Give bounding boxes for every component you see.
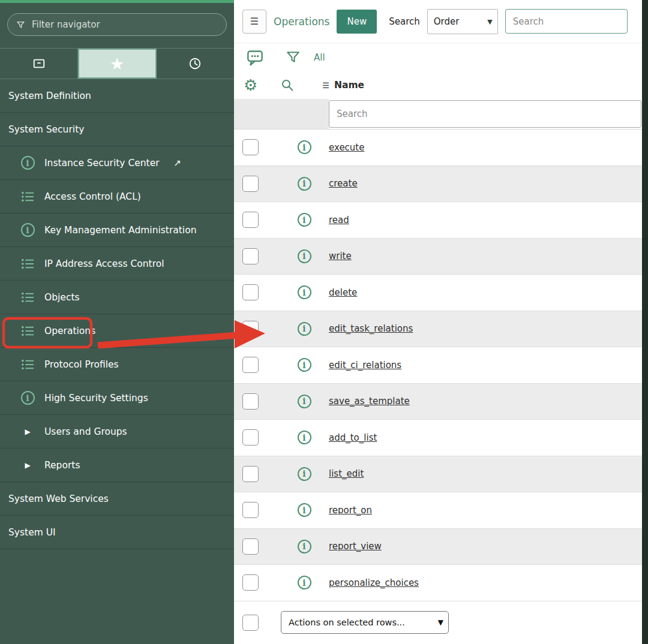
- record-link[interactable]: personalize_choices: [329, 577, 419, 588]
- row-checkbox[interactable]: [242, 393, 259, 410]
- record-link[interactable]: save_as_template: [329, 396, 410, 407]
- sidebar-item-system-ui[interactable]: System UI: [0, 516, 234, 549]
- sidebar-item-users-and-groups[interactable]: ▶ Users and Groups: [0, 415, 234, 449]
- chat-icon[interactable]: [246, 49, 264, 66]
- scrollbar[interactable]: [642, 0, 648, 644]
- info-icon[interactable]: [298, 177, 311, 191]
- record-link[interactable]: edit_task_relations: [329, 323, 413, 334]
- row-checkbox[interactable]: [242, 176, 259, 192]
- header-search-input[interactable]: [505, 9, 628, 34]
- list-context-menu-button[interactable]: ☰: [242, 10, 266, 34]
- sidebar-item-protocol-profiles[interactable]: Protocol Profiles: [0, 348, 234, 381]
- row-checkbox[interactable]: [242, 212, 259, 228]
- external-link-icon: ↗: [174, 158, 182, 168]
- name-column-search-input[interactable]: [329, 100, 641, 128]
- checkbox-cell: [234, 284, 280, 300]
- sidebar-item-system-definition[interactable]: System Definition: [0, 79, 234, 113]
- list-column-header-row: ⚙ ☰ Name: [234, 71, 648, 99]
- sidebar-item-key-management-administration[interactable]: Key Management Administration: [0, 213, 234, 247]
- actions-select-wrap: Actions on selected rows... ▼: [281, 611, 449, 634]
- sidebar-item-operations[interactable]: Operations: [0, 314, 234, 348]
- record-link[interactable]: write: [329, 251, 352, 261]
- search-icon[interactable]: [280, 78, 295, 92]
- info-icon[interactable]: [298, 467, 311, 481]
- info-icon[interactable]: [298, 395, 311, 408]
- sidebar-item-label: System Security: [8, 124, 84, 135]
- list-view: ☰ Operations New Search Order ▼ All ⚙ ☰ …: [234, 0, 648, 644]
- sidebar-item-system-security[interactable]: System Security: [0, 113, 234, 146]
- row-checkbox[interactable]: [242, 139, 259, 155]
- navigator-menu: System Definition System Security Instan…: [0, 79, 234, 549]
- record-link[interactable]: add_to_list: [329, 432, 377, 443]
- page-title: Operations: [274, 16, 329, 28]
- actions-select[interactable]: Actions on selected rows...: [281, 611, 449, 634]
- sidebar-item-label: Users and Groups: [44, 426, 127, 437]
- list-toolbar-top: All: [234, 43, 648, 71]
- record-link[interactable]: list_edit: [329, 468, 364, 479]
- sidebar-item-label: Reports: [44, 460, 80, 471]
- list-footer: Actions on selected rows... ▼: [234, 601, 648, 644]
- row-checkbox[interactable]: [242, 466, 259, 482]
- gear-icon[interactable]: ⚙: [244, 77, 257, 93]
- info-icon[interactable]: [298, 358, 311, 372]
- column-header-name[interactable]: ☰ Name: [322, 80, 364, 91]
- record-link[interactable]: report_on: [329, 505, 372, 516]
- row-checkbox[interactable]: [242, 429, 259, 446]
- info-icon[interactable]: [298, 322, 311, 336]
- row-checkbox[interactable]: [242, 248, 259, 264]
- record-link[interactable]: report_view: [329, 541, 382, 552]
- table-row: read: [234, 202, 648, 239]
- info-cell: [280, 285, 329, 299]
- table-row: save_as_template: [234, 384, 648, 420]
- tab-favorites[interactable]: ★: [78, 49, 156, 79]
- info-icon[interactable]: [298, 213, 311, 227]
- checkbox-cell: [234, 248, 280, 264]
- info-icon[interactable]: [298, 540, 311, 553]
- checkbox-cell: [234, 538, 280, 555]
- select-all-checkbox[interactable]: [242, 615, 259, 631]
- tab-history[interactable]: [157, 49, 234, 79]
- record-link[interactable]: read: [329, 215, 349, 225]
- hamburger-icon: ☰: [250, 17, 259, 26]
- sidebar-item-access-control-acl[interactable]: Access Control (ACL): [0, 180, 234, 213]
- sidebar-item-objects[interactable]: Objects: [0, 281, 234, 314]
- info-cell: [280, 395, 329, 408]
- filter-icon: [16, 20, 25, 29]
- info-icon[interactable]: [298, 249, 311, 263]
- sidebar-item-system-web-services[interactable]: System Web Services: [0, 482, 234, 516]
- sidebar-item-high-security-settings[interactable]: High Security Settings: [0, 381, 234, 415]
- row-checkbox[interactable]: [242, 321, 259, 337]
- row-checkbox[interactable]: [242, 574, 259, 591]
- info-cell: [280, 576, 329, 589]
- filter-navigator-input[interactable]: [7, 13, 227, 36]
- info-icon[interactable]: [298, 285, 311, 299]
- row-checkbox[interactable]: [242, 284, 259, 300]
- sidebar-item-reports[interactable]: ▶ Reports: [0, 449, 234, 482]
- info-icon[interactable]: [298, 140, 311, 154]
- record-link[interactable]: execute: [329, 142, 364, 153]
- row-checkbox[interactable]: [242, 502, 259, 518]
- sidebar-item-ip-address-access-control[interactable]: IP Address Access Control: [0, 247, 234, 281]
- new-button[interactable]: New: [337, 10, 377, 34]
- record-link[interactable]: create: [329, 178, 358, 189]
- sidebar-item-instance-security-center[interactable]: Instance Security Center ↗: [0, 146, 234, 180]
- record-link[interactable]: delete: [329, 287, 357, 298]
- tab-all-applications[interactable]: [0, 49, 78, 79]
- info-icon[interactable]: [298, 576, 311, 589]
- record-link[interactable]: edit_ci_relations: [329, 360, 401, 371]
- breadcrumb-all[interactable]: All: [314, 52, 325, 63]
- checkbox-cell: [234, 393, 280, 410]
- row-checkbox[interactable]: [242, 538, 259, 555]
- search-field-select[interactable]: Order: [427, 9, 498, 34]
- info-icon[interactable]: [298, 503, 311, 517]
- list-icon: [20, 191, 35, 203]
- info-cell: [280, 249, 329, 263]
- list-filter-icon[interactable]: [286, 50, 301, 65]
- info-cell: [280, 358, 329, 372]
- info-icon[interactable]: [298, 431, 311, 444]
- info-icon: [20, 223, 35, 237]
- sidebar-item-label: Access Control (ACL): [44, 191, 141, 202]
- table-row: list_edit: [234, 456, 648, 493]
- column-menu-icon[interactable]: ☰: [322, 82, 329, 89]
- row-checkbox[interactable]: [242, 357, 259, 373]
